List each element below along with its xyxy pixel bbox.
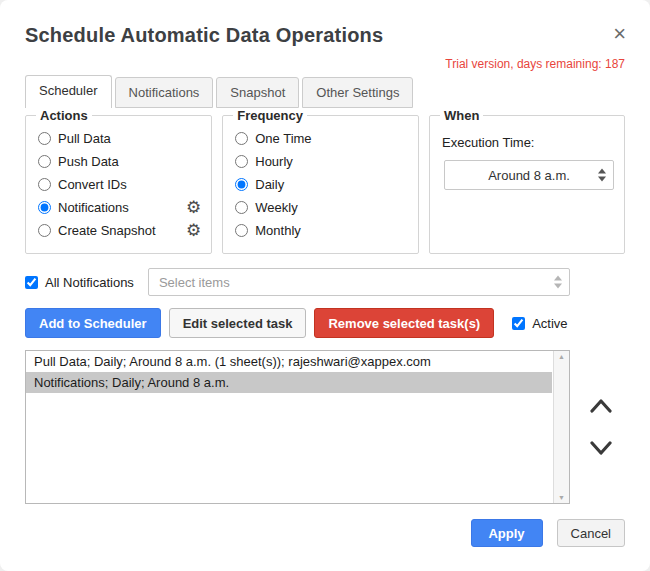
notification-items-placeholder: Select items [159, 275, 230, 290]
frequency-legend: Frequency [233, 108, 307, 123]
radio-pull-data-label: Pull Data [58, 131, 111, 146]
execution-time-select[interactable]: Around 8 a.m. [444, 160, 614, 190]
listbox-scrollbar[interactable]: ▲ ▼ [553, 351, 569, 503]
task-item[interactable]: Notifications; Daily; Around 8 a.m. [26, 372, 552, 393]
radio-hourly-label: Hourly [255, 154, 293, 169]
all-notifications-checkbox-input[interactable] [25, 276, 38, 289]
tab-bar: Scheduler Notifications Snapshot Other S… [25, 75, 625, 108]
radio-push-data-input[interactable] [38, 155, 51, 168]
active-checkbox[interactable]: Active [512, 316, 567, 331]
radio-push-data-label: Push Data [58, 154, 119, 169]
radio-one-time-label: One Time [255, 131, 311, 146]
radio-convert-ids-label: Convert IDs [58, 177, 127, 192]
chevron-up-icon [589, 398, 613, 413]
apply-button[interactable]: Apply [471, 519, 543, 547]
radio-notifications-label: Notifications [58, 200, 129, 215]
scrollbar-up-icon[interactable]: ▲ [558, 353, 565, 360]
when-legend: When [440, 108, 483, 123]
task-actions-row: Add to Scheduler Edit selected task Remo… [25, 308, 650, 338]
radio-daily-input[interactable] [235, 178, 248, 191]
notifications-settings-gear-icon[interactable]: ⚙ [186, 199, 201, 216]
dialog-footer: Apply Cancel [25, 519, 625, 547]
trial-notice: Trial version, days remaining: 187 [25, 57, 625, 71]
radio-notifications[interactable]: Notifications ⚙ [36, 196, 201, 219]
radio-weekly-input[interactable] [235, 201, 248, 214]
tab-snapshot[interactable]: Snapshot [216, 77, 299, 108]
chevron-down-icon [589, 441, 613, 456]
tab-notifications[interactable]: Notifications [115, 77, 214, 108]
dialog-header: Schedule Automatic Data Operations × [0, 0, 650, 47]
radio-pull-data-input[interactable] [38, 132, 51, 145]
radio-notifications-input[interactable] [38, 201, 51, 214]
all-notifications-label: All Notifications [45, 275, 134, 290]
move-task-down-button[interactable] [589, 441, 613, 456]
spinner-icon [554, 276, 562, 289]
radio-monthly[interactable]: Monthly [233, 219, 408, 242]
radio-weekly[interactable]: Weekly [233, 196, 408, 219]
radio-weekly-label: Weekly [255, 200, 297, 215]
execution-time-label: Execution Time: [442, 135, 614, 150]
radio-convert-ids[interactable]: Convert IDs [36, 173, 201, 196]
schedule-dialog: Schedule Automatic Data Operations × Tri… [0, 0, 650, 571]
dialog-title: Schedule Automatic Data Operations [25, 24, 383, 47]
radio-hourly-input[interactable] [235, 155, 248, 168]
active-label: Active [532, 316, 567, 331]
active-checkbox-input[interactable] [512, 317, 525, 330]
execution-time-value: Around 8 a.m. [488, 168, 570, 183]
radio-one-time-input[interactable] [235, 132, 248, 145]
actions-legend: Actions [36, 108, 92, 123]
cancel-button[interactable]: Cancel [557, 519, 625, 547]
task-list-row: Pull Data; Daily; Around 8 a.m. (1 sheet… [25, 350, 650, 504]
radio-daily-label: Daily [255, 177, 284, 192]
actions-group: Actions Pull Data Push Data Convert IDs … [25, 108, 212, 254]
scrollbar-down-icon[interactable]: ▼ [558, 494, 565, 501]
radio-one-time[interactable]: One Time [233, 127, 408, 150]
notifications-filter-row: All Notifications Select items [25, 268, 570, 296]
radio-pull-data[interactable]: Pull Data [36, 127, 201, 150]
radio-daily[interactable]: Daily [233, 173, 408, 196]
radio-monthly-label: Monthly [255, 223, 301, 238]
tab-scheduler[interactable]: Scheduler [25, 75, 112, 108]
remove-selected-task-button[interactable]: Remove selected task(s) [314, 308, 494, 338]
radio-convert-ids-input[interactable] [38, 178, 51, 191]
move-task-up-button[interactable] [589, 398, 613, 413]
radio-monthly-input[interactable] [235, 224, 248, 237]
snapshot-settings-gear-icon[interactable]: ⚙ [186, 222, 201, 239]
scheduler-panel: Actions Pull Data Push Data Convert IDs … [25, 108, 625, 254]
close-icon[interactable]: × [613, 24, 626, 44]
radio-create-snapshot[interactable]: Create Snapshot ⚙ [36, 219, 201, 242]
tab-other-settings[interactable]: Other Settings [302, 77, 413, 108]
when-group: When Execution Time: Around 8 a.m. [429, 108, 625, 254]
frequency-group: Frequency One Time Hourly Daily Weekly M… [222, 108, 419, 254]
radio-create-snapshot-label: Create Snapshot [58, 223, 156, 238]
spinner-icon [598, 169, 606, 182]
task-listbox[interactable]: Pull Data; Daily; Around 8 a.m. (1 sheet… [25, 350, 570, 504]
radio-hourly[interactable]: Hourly [233, 150, 408, 173]
task-reorder-controls [570, 350, 632, 504]
radio-create-snapshot-input[interactable] [38, 224, 51, 237]
all-notifications-checkbox[interactable]: All Notifications [25, 275, 134, 290]
notification-items-select[interactable]: Select items [148, 268, 570, 296]
edit-selected-task-button[interactable]: Edit selected task [169, 308, 307, 338]
task-item[interactable]: Pull Data; Daily; Around 8 a.m. (1 sheet… [26, 351, 552, 372]
radio-push-data[interactable]: Push Data [36, 150, 201, 173]
add-to-scheduler-button[interactable]: Add to Scheduler [25, 308, 161, 338]
